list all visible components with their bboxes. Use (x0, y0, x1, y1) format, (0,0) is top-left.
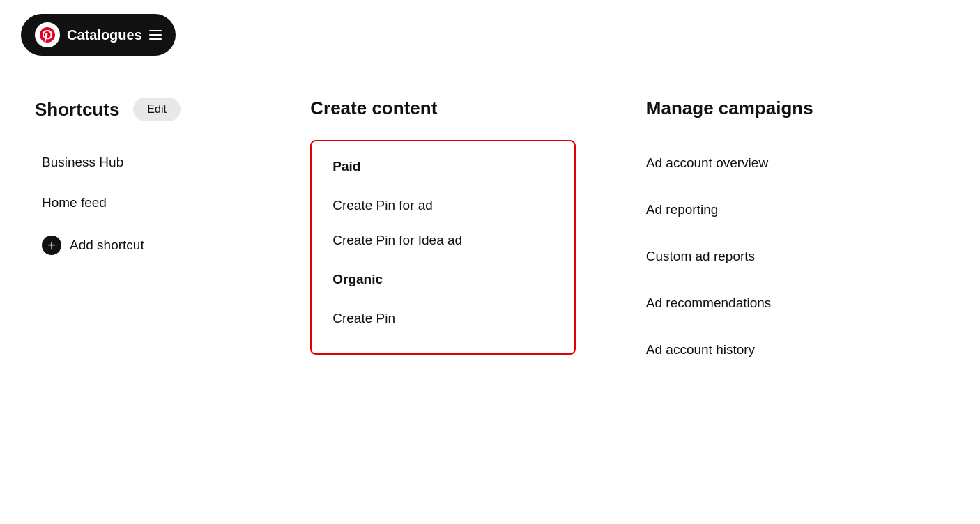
nav-pill[interactable]: Catalogues (21, 14, 176, 56)
shortcut-label: Business Hub (42, 155, 123, 169)
create-content-column: Create content Paid Create Pin for ad Cr… (275, 98, 611, 373)
nav-title: Catalogues (67, 27, 142, 43)
add-shortcut-icon: + (42, 236, 61, 255)
campaign-item-ad-account-overview[interactable]: Ad account overview (646, 140, 945, 187)
add-shortcut-item[interactable]: + Add shortcut (35, 223, 247, 268)
campaign-item-ad-account-history[interactable]: Ad account history (646, 327, 945, 373)
manage-campaigns-title: Manage campaigns (646, 98, 945, 119)
shortcuts-column: Shortcuts Edit Business Hub Home feed + … (35, 98, 275, 373)
pinterest-logo (35, 22, 60, 47)
manage-campaigns-column: Manage campaigns Ad account overview Ad … (611, 98, 945, 373)
add-shortcut-label: Add shortcut (70, 238, 144, 253)
create-pin[interactable]: Create Pin (332, 301, 553, 336)
campaign-item-custom-ad-reports[interactable]: Custom ad reports (646, 233, 945, 280)
campaign-item-ad-reporting[interactable]: Ad reporting (646, 187, 945, 233)
main-content: Shortcuts Edit Business Hub Home feed + … (0, 70, 980, 401)
create-content-title: Create content (310, 98, 576, 119)
shortcuts-list: Business Hub Home feed + Add shortcut (35, 142, 247, 268)
create-content-box: Paid Create Pin for ad Create Pin for Id… (310, 140, 576, 355)
shortcut-label: Home feed (42, 195, 107, 210)
hamburger-icon[interactable] (149, 30, 162, 40)
shortcuts-header: Shortcuts Edit (35, 98, 247, 121)
campaign-item-ad-recommendations[interactable]: Ad recommendations (646, 280, 945, 327)
create-pin-for-idea-ad[interactable]: Create Pin for Idea ad (332, 223, 553, 258)
paid-section-label: Paid (332, 159, 553, 174)
shortcuts-title: Shortcuts (35, 99, 119, 121)
organic-section-label: Organic (332, 272, 553, 287)
create-pin-for-ad[interactable]: Create Pin for ad (332, 188, 553, 223)
header: Catalogues (0, 0, 980, 70)
shortcut-item-home-feed[interactable]: Home feed (35, 183, 247, 223)
shortcut-item-business-hub[interactable]: Business Hub (35, 142, 247, 183)
edit-button[interactable]: Edit (133, 98, 181, 121)
